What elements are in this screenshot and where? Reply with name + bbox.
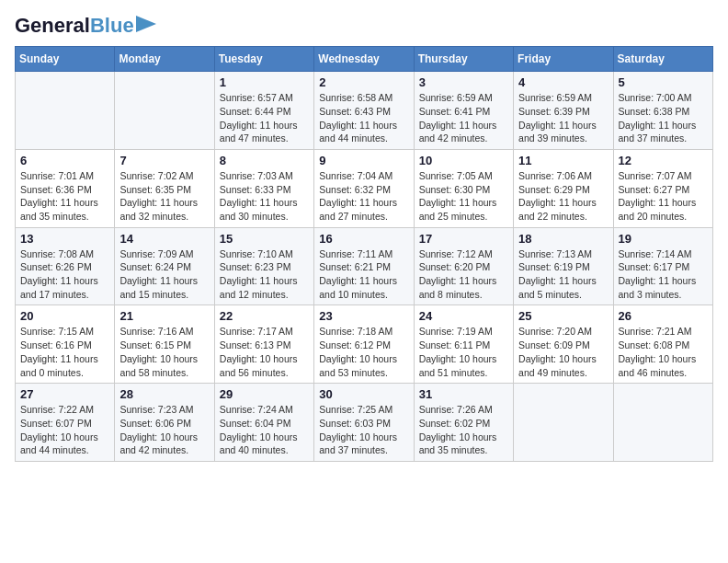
day-detail: Sunrise: 7:08 AMSunset: 6:26 PMDaylight:… (20, 247, 109, 302)
day-detail: Sunrise: 7:14 AMSunset: 6:17 PMDaylight:… (619, 247, 708, 302)
day-detail: Sunrise: 6:59 AMSunset: 6:39 PMDaylight:… (518, 91, 608, 145)
day-number: 18 (518, 232, 608, 246)
day-number: 4 (518, 75, 608, 89)
day-detail: Sunrise: 7:16 AMSunset: 6:15 PMDaylight:… (119, 325, 209, 379)
day-detail: Sunrise: 6:57 AMSunset: 6:44 PMDaylight:… (220, 91, 309, 145)
day-number: 22 (220, 309, 309, 323)
calendar-cell: 25Sunrise: 7:20 AMSunset: 6:09 PMDayligh… (514, 305, 613, 384)
calendar-cell: 4Sunrise: 6:59 AMSunset: 6:39 PMDaylight… (514, 72, 613, 150)
day-detail: Sunrise: 7:23 AMSunset: 6:06 PMDaylight:… (119, 403, 209, 457)
calendar-week-3: 13Sunrise: 7:08 AMSunset: 6:26 PMDayligh… (16, 227, 713, 305)
day-number: 24 (419, 309, 508, 323)
day-detail: Sunrise: 7:03 AMSunset: 6:33 PMDaylight:… (220, 169, 309, 224)
calendar-cell (613, 384, 712, 462)
day-detail: Sunrise: 6:58 AMSunset: 6:43 PMDaylight:… (319, 91, 408, 145)
day-detail: Sunrise: 7:00 AMSunset: 6:38 PMDaylight:… (619, 91, 708, 145)
day-number: 7 (119, 154, 209, 167)
calendar-body: 1Sunrise: 6:57 AMSunset: 6:44 PMDaylight… (16, 72, 713, 462)
weekday-header-row: SundayMondayTuesdayWednesdayThursdayFrid… (16, 47, 713, 72)
weekday-header-thursday: Thursday (414, 47, 513, 72)
day-number: 5 (619, 75, 708, 89)
calendar-cell: 11Sunrise: 7:06 AMSunset: 6:29 PMDayligh… (514, 149, 613, 227)
logo-arrow-icon (136, 16, 156, 32)
day-number: 31 (419, 387, 508, 401)
calendar-cell: 6Sunrise: 7:01 AMSunset: 6:36 PMDaylight… (16, 149, 115, 227)
calendar-week-1: 1Sunrise: 6:57 AMSunset: 6:44 PMDaylight… (16, 72, 713, 150)
day-detail: Sunrise: 7:22 AMSunset: 6:07 PMDaylight:… (20, 403, 109, 457)
calendar-cell: 19Sunrise: 7:14 AMSunset: 6:17 PMDayligh… (613, 227, 712, 305)
day-detail: Sunrise: 7:20 AMSunset: 6:09 PMDaylight:… (518, 325, 608, 379)
day-detail: Sunrise: 7:19 AMSunset: 6:11 PMDaylight:… (419, 325, 508, 379)
day-number: 11 (518, 154, 608, 167)
day-number: 17 (419, 232, 508, 246)
day-number: 27 (20, 387, 109, 401)
weekday-header-sunday: Sunday (16, 47, 115, 72)
page-header: GeneralBlue (15, 15, 713, 37)
calendar-cell (514, 384, 613, 462)
day-detail: Sunrise: 7:01 AMSunset: 6:36 PMDaylight:… (20, 169, 109, 224)
svg-marker-0 (136, 16, 156, 32)
day-detail: Sunrise: 7:13 AMSunset: 6:19 PMDaylight:… (518, 247, 608, 302)
day-number: 14 (119, 232, 209, 246)
calendar-cell: 3Sunrise: 6:59 AMSunset: 6:41 PMDaylight… (414, 72, 513, 150)
weekday-header-wednesday: Wednesday (314, 47, 414, 72)
day-number: 12 (619, 154, 708, 167)
day-detail: Sunrise: 7:21 AMSunset: 6:08 PMDaylight:… (619, 325, 708, 379)
calendar-cell: 28Sunrise: 7:23 AMSunset: 6:06 PMDayligh… (115, 384, 214, 462)
day-detail: Sunrise: 7:18 AMSunset: 6:12 PMDaylight:… (319, 325, 408, 379)
calendar-cell: 31Sunrise: 7:26 AMSunset: 6:02 PMDayligh… (414, 384, 513, 462)
calendar-cell: 27Sunrise: 7:22 AMSunset: 6:07 PMDayligh… (16, 384, 115, 462)
day-detail: Sunrise: 7:17 AMSunset: 6:13 PMDaylight:… (220, 325, 309, 379)
day-number: 30 (319, 387, 408, 401)
day-detail: Sunrise: 6:59 AMSunset: 6:41 PMDaylight:… (419, 91, 508, 145)
calendar-cell (16, 72, 115, 150)
day-detail: Sunrise: 7:07 AMSunset: 6:27 PMDaylight:… (619, 169, 708, 224)
day-number: 13 (20, 232, 109, 246)
calendar-cell: 17Sunrise: 7:12 AMSunset: 6:20 PMDayligh… (414, 227, 513, 305)
day-detail: Sunrise: 7:12 AMSunset: 6:20 PMDaylight:… (419, 247, 508, 302)
weekday-header-monday: Monday (115, 47, 214, 72)
calendar-week-4: 20Sunrise: 7:15 AMSunset: 6:16 PMDayligh… (16, 305, 713, 384)
day-detail: Sunrise: 7:11 AMSunset: 6:21 PMDaylight:… (319, 247, 408, 302)
calendar-cell: 23Sunrise: 7:18 AMSunset: 6:12 PMDayligh… (314, 305, 414, 384)
day-number: 6 (20, 154, 109, 167)
calendar-cell: 13Sunrise: 7:08 AMSunset: 6:26 PMDayligh… (16, 227, 115, 305)
day-detail: Sunrise: 7:26 AMSunset: 6:02 PMDaylight:… (419, 403, 508, 457)
calendar-cell: 8Sunrise: 7:03 AMSunset: 6:33 PMDaylight… (214, 149, 313, 227)
day-detail: Sunrise: 7:15 AMSunset: 6:16 PMDaylight:… (20, 325, 109, 379)
day-number: 28 (119, 387, 209, 401)
calendar-cell: 9Sunrise: 7:04 AMSunset: 6:32 PMDaylight… (314, 149, 414, 227)
calendar-cell: 30Sunrise: 7:25 AMSunset: 6:03 PMDayligh… (314, 384, 414, 462)
calendar-cell: 29Sunrise: 7:24 AMSunset: 6:04 PMDayligh… (214, 384, 313, 462)
calendar-cell: 5Sunrise: 7:00 AMSunset: 6:38 PMDaylight… (613, 72, 712, 150)
day-detail: Sunrise: 7:05 AMSunset: 6:30 PMDaylight:… (419, 169, 508, 224)
day-number: 3 (419, 75, 508, 89)
day-number: 19 (619, 232, 708, 246)
weekday-header-saturday: Saturday (613, 47, 712, 72)
calendar-week-5: 27Sunrise: 7:22 AMSunset: 6:07 PMDayligh… (16, 384, 713, 462)
day-number: 10 (419, 154, 508, 167)
day-number: 2 (319, 75, 408, 89)
calendar-cell (115, 72, 214, 150)
day-detail: Sunrise: 7:10 AMSunset: 6:23 PMDaylight:… (220, 247, 309, 302)
calendar-cell: 22Sunrise: 7:17 AMSunset: 6:13 PMDayligh… (214, 305, 313, 384)
day-detail: Sunrise: 7:06 AMSunset: 6:29 PMDaylight:… (518, 169, 608, 224)
day-number: 1 (220, 75, 309, 89)
calendar-header: SundayMondayTuesdayWednesdayThursdayFrid… (16, 47, 713, 72)
calendar-cell: 12Sunrise: 7:07 AMSunset: 6:27 PMDayligh… (613, 149, 712, 227)
day-number: 16 (319, 232, 408, 246)
calendar-table: SundayMondayTuesdayWednesdayThursdayFrid… (15, 46, 713, 462)
calendar-cell: 7Sunrise: 7:02 AMSunset: 6:35 PMDaylight… (115, 149, 214, 227)
day-number: 23 (319, 309, 408, 323)
weekday-header-friday: Friday (514, 47, 613, 72)
weekday-header-tuesday: Tuesday (214, 47, 313, 72)
day-detail: Sunrise: 7:09 AMSunset: 6:24 PMDaylight:… (119, 247, 209, 302)
calendar-cell: 21Sunrise: 7:16 AMSunset: 6:15 PMDayligh… (115, 305, 214, 384)
day-number: 26 (619, 309, 708, 323)
logo-text: GeneralBlue (15, 15, 134, 37)
day-number: 29 (220, 387, 309, 401)
calendar-cell: 2Sunrise: 6:58 AMSunset: 6:43 PMDaylight… (314, 72, 414, 150)
day-detail: Sunrise: 7:04 AMSunset: 6:32 PMDaylight:… (319, 169, 408, 224)
day-number: 8 (220, 154, 309, 167)
calendar-cell: 20Sunrise: 7:15 AMSunset: 6:16 PMDayligh… (16, 305, 115, 384)
